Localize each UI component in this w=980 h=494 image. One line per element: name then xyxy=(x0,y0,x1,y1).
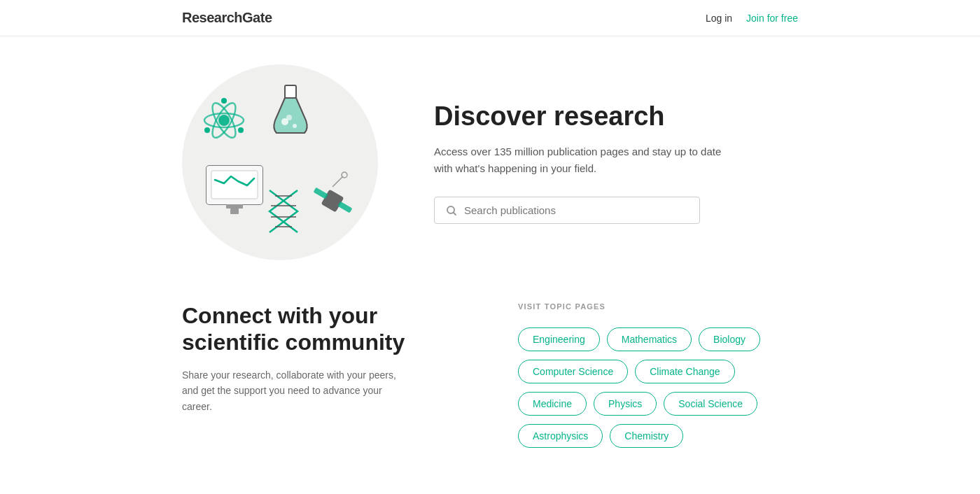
svg-rect-15 xyxy=(230,209,239,214)
illustration-container xyxy=(182,64,378,260)
search-box[interactable] xyxy=(434,197,700,224)
lower-section: Connect with your scientific community S… xyxy=(182,288,798,490)
topics-row: AstrophysicsChemistry xyxy=(518,424,798,448)
topic-pill-astrophysics[interactable]: Astrophysics xyxy=(518,424,603,448)
hero-description: Access over 135 million publication page… xyxy=(434,143,735,177)
connect-description: Share your research, collaborate with yo… xyxy=(182,367,406,414)
topics-section: VISIT TOPIC PAGES EngineeringMathematics… xyxy=(518,302,798,448)
topics-row: MedicinePhysicsSocial Science xyxy=(518,392,798,416)
topics-row: EngineeringMathematicsBiology xyxy=(518,327,798,351)
svg-point-24 xyxy=(342,172,347,178)
svg-rect-14 xyxy=(226,204,243,209)
login-link[interactable]: Log in xyxy=(706,13,732,24)
header-nav: Log in Join for free xyxy=(706,13,798,24)
hero-section: Discover research Access over 135 millio… xyxy=(182,36,798,288)
svg-point-4 xyxy=(221,98,227,104)
svg-rect-7 xyxy=(285,85,296,98)
topic-pill-medicine[interactable]: Medicine xyxy=(518,392,587,416)
topic-pill-physics[interactable]: Physics xyxy=(594,392,657,416)
search-input[interactable] xyxy=(464,204,688,216)
topic-pill-computer-science[interactable]: Computer Science xyxy=(518,360,628,383)
svg-rect-13 xyxy=(211,171,258,199)
svg-rect-22 xyxy=(337,202,352,213)
illustration-svg xyxy=(182,64,378,260)
connect-section: Connect with your scientific community S… xyxy=(182,302,448,448)
topics-grid: EngineeringMathematicsBiologyComputer Sc… xyxy=(518,327,798,448)
topic-pill-chemistry[interactable]: Chemistry xyxy=(610,424,683,448)
header: ResearchGate Log in Join for free xyxy=(0,0,980,36)
join-link[interactable]: Join for free xyxy=(746,13,798,24)
topic-pill-mathematics[interactable]: Mathematics xyxy=(607,327,692,351)
svg-point-9 xyxy=(293,124,297,128)
connect-title: Connect with your scientific community xyxy=(182,302,448,356)
svg-point-5 xyxy=(238,127,244,133)
svg-point-0 xyxy=(218,115,230,126)
topics-label: VISIT TOPIC PAGES xyxy=(518,302,798,311)
topic-pill-social-science[interactable]: Social Science xyxy=(664,392,757,416)
search-icon xyxy=(446,205,457,216)
topic-pill-climate-change[interactable]: Climate Change xyxy=(635,360,734,383)
svg-line-26 xyxy=(454,212,456,215)
main-content: Discover research Access over 135 millio… xyxy=(0,36,980,490)
logo: ResearchGate xyxy=(182,10,272,26)
hero-text: Discover research Access over 135 millio… xyxy=(434,101,798,225)
topic-pill-engineering[interactable]: Engineering xyxy=(518,327,600,351)
logo-text: ResearchGate xyxy=(182,10,272,25)
hero-title: Discover research xyxy=(434,101,798,133)
svg-point-6 xyxy=(204,127,210,133)
hero-illustration xyxy=(182,64,378,260)
topics-row: Computer ScienceClimate Change xyxy=(518,360,798,383)
svg-point-10 xyxy=(286,115,292,120)
svg-line-23 xyxy=(332,176,343,187)
svg-rect-21 xyxy=(314,188,328,199)
topic-pill-biology[interactable]: Biology xyxy=(699,327,760,351)
